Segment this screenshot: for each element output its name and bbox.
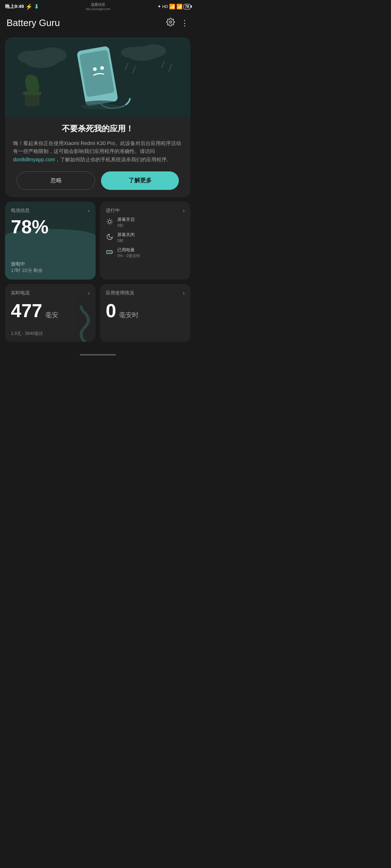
main-content: 不要杀死我的应用！ 嗨！看起来你正在使用Xiaomi Redmi K30 Pro… [0, 34, 196, 349]
learn-more-button[interactable]: 了解更多 [101, 171, 179, 190]
home-indicator [0, 349, 196, 359]
current-unit: 毫安 [45, 311, 58, 319]
status-center: 流星社区 bbs.liuxingw.com [86, 2, 110, 11]
cards-grid-row1: 电池信息 › 78% 放电中 17时 22分 剩余 进行中 › [5, 201, 190, 280]
current-card[interactable]: 实时电流 › 477 毫安 1.9瓦 · 3940毫伏 [5, 284, 96, 342]
power-used-info: 已用电量 0% · 0毫安时 [117, 247, 140, 259]
battery-chevron-icon: › [88, 208, 90, 213]
svg-point-22 [81, 104, 121, 110]
cards-grid-row2: 实时电流 › 477 毫安 1.9瓦 · 3940毫伏 应用使用情况 › 0 毫… [5, 284, 190, 342]
screen-off-info: 屏幕关闭 0秒 [117, 232, 135, 243]
progress-card[interactable]: 进行中 › [100, 201, 190, 280]
current-footer: 1.9瓦 · 3940毫伏 [11, 331, 43, 337]
wifi-icon: 📶 [176, 4, 182, 9]
status-bar: 晚上9:49 ⚡ ⬇ 流星社区 bbs.liuxingw.com ✦ HD 📶 … [0, 0, 196, 12]
app-usage-value-row: 0 毫安时 [106, 300, 185, 322]
svg-line-31 [112, 219, 112, 220]
app-bar-actions: ⋮ [166, 18, 189, 28]
network-icon: 📶 [169, 4, 175, 9]
status-icons: ✦ HD 📶 📶 78 [157, 4, 190, 9]
progress-label: 进行中 [106, 207, 120, 214]
svg-point-0 [169, 21, 172, 23]
svg-rect-12 [25, 93, 39, 106]
battery-status: 放电中 [11, 261, 90, 267]
page-title: Battery Guru [7, 17, 60, 29]
dontkillmyapp-link[interactable]: dontkillmyapp.com [13, 157, 55, 162]
svg-point-19 [93, 67, 97, 71]
progress-card-header: 进行中 › [106, 207, 185, 214]
warning-illustration [5, 37, 190, 117]
warning-card: 不要杀死我的应用！ 嗨！看起来你正在使用Xiaomi Redmi K30 Pro… [5, 37, 190, 197]
warning-buttons: 忽略 了解更多 [13, 171, 182, 190]
current-chevron-icon: › [88, 290, 90, 296]
svg-point-7 [121, 47, 143, 58]
warning-text: 嗨！看起来你正在使用Xiaomi Redmi K30 Pro。此设备对后台应用程… [13, 139, 182, 163]
ignore-button[interactable]: 忽略 [17, 171, 95, 190]
sun-icon [106, 218, 114, 227]
app-usage-number: 0 [106, 300, 116, 322]
battery-label: 电池信息 [11, 207, 30, 214]
power-used-item: 已用电量 0% · 0毫安时 [106, 247, 185, 259]
battery-percent: 78% [11, 217, 90, 236]
battery-used-icon [106, 248, 114, 258]
app-usage-label: 应用使用情况 [106, 290, 134, 296]
app-usage-unit: 毫安时 [119, 311, 139, 319]
svg-point-4 [18, 51, 43, 64]
battery-icon: 78 [184, 4, 190, 9]
screen-off-item: 屏幕关闭 0秒 [106, 232, 185, 243]
battery-content: 电池信息 › 78% 放电中 17时 22分 剩余 [11, 207, 90, 274]
svg-point-20 [100, 66, 104, 70]
svg-line-27 [112, 224, 112, 224]
app-usage-header: 应用使用情况 › [106, 290, 185, 296]
battery-card-header: 电池信息 › [11, 207, 90, 214]
app-usage-card[interactable]: 应用使用情况 › 0 毫安时 [100, 284, 190, 342]
svg-line-30 [108, 224, 108, 224]
screen-on-info: 屏幕开启 0秒 [117, 217, 135, 228]
more-button[interactable]: ⋮ [181, 18, 189, 28]
moon-icon [106, 233, 114, 242]
current-wave-decoration [70, 306, 96, 342]
current-label: 实时电流 [11, 290, 30, 296]
progress-chevron-icon: › [183, 208, 185, 213]
screen-on-item: 屏幕开启 0秒 [106, 217, 185, 228]
svg-point-6 [141, 44, 166, 58]
battery-card[interactable]: 电池信息 › 78% 放电中 17时 22分 剩余 [5, 201, 96, 280]
current-card-header: 实时电流 › [11, 290, 90, 296]
current-number: 477 [11, 300, 42, 322]
bluetooth-icon: ✦ [157, 4, 161, 9]
status-time: 晚上9:49 ⚡ ⬇ [5, 3, 39, 10]
home-bar [80, 354, 116, 356]
app-bar: Battery Guru ⋮ [0, 12, 196, 34]
app-usage-chevron-icon: › [183, 290, 185, 296]
settings-button[interactable] [166, 18, 175, 28]
warning-title: 不要杀死我的应用！ [13, 123, 182, 134]
svg-line-26 [108, 219, 108, 220]
progress-items: 屏幕开启 0秒 屏幕关闭 0秒 [106, 217, 185, 259]
signal-icon: HD [162, 4, 168, 9]
svg-point-23 [108, 220, 111, 223]
warning-body: 不要杀死我的应用！ 嗨！看起来你正在使用Xiaomi Redmi K30 Pro… [5, 117, 190, 190]
battery-time: 17时 22分 剩余 [11, 267, 90, 274]
